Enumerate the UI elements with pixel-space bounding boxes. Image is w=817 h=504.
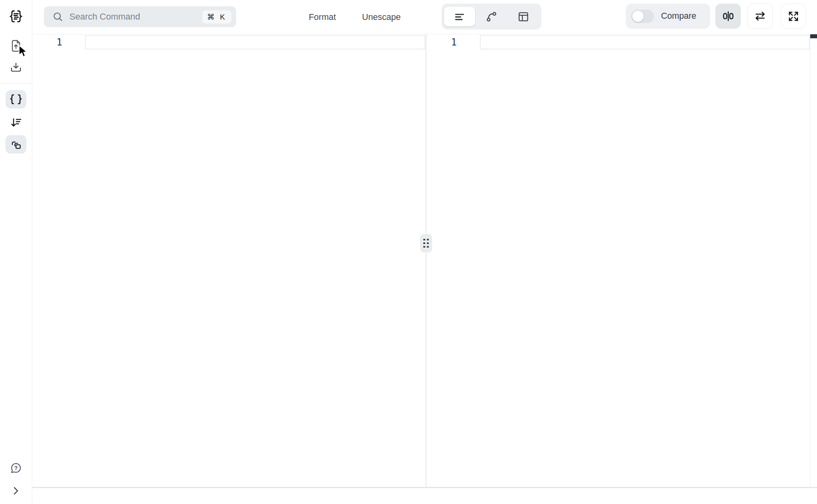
editor-bottom-border: [32, 487, 817, 488]
curly-braces-icon: [10, 94, 22, 105]
text-lines-icon: [454, 11, 466, 23]
overview-ruler-cursor-marker: [810, 34, 817, 38]
search-command-bar[interactable]: ⌘ K: [44, 6, 236, 27]
toggle-knob: [632, 11, 643, 22]
left-editor-line-number: 1: [32, 35, 62, 49]
expand-sidebar-button[interactable]: [6, 482, 26, 500]
compare-control: Compare: [626, 4, 710, 29]
keyboard-shortcut-badge: ⌘ K: [202, 10, 231, 24]
tab-table-view[interactable]: [508, 7, 539, 26]
tab-graph-view[interactable]: [476, 7, 507, 26]
download-file-button[interactable]: [6, 58, 26, 77]
sidebar-item-json-editor[interactable]: [6, 90, 26, 108]
table-icon: [517, 11, 529, 23]
help-bubble-icon: ?: [10, 462, 22, 474]
format-button[interactable]: Format: [305, 0, 339, 34]
swap-arrows-icon: [754, 10, 766, 22]
compare-toggle[interactable]: [631, 10, 654, 23]
sidebar-item-compare-documents[interactable]: [6, 135, 26, 154]
right-editor-current-line[interactable]: [480, 35, 810, 49]
sidebar-item-sort[interactable]: [6, 113, 26, 132]
fullscreen-button[interactable]: [781, 4, 806, 29]
split-columns-icon: [722, 10, 734, 22]
right-editor-line-number: 1: [427, 35, 457, 49]
top-toolbar: ⌘ K Format Unescape: [32, 0, 817, 34]
graph-spline-icon: [485, 11, 497, 23]
svg-text:?: ?: [14, 465, 18, 471]
overlapping-panels-icon: [10, 138, 22, 151]
pane-divider: [426, 34, 426, 487]
json-editor-app: ? ⌘ K Format Unescape: [0, 0, 817, 504]
pane-resize-handle[interactable]: [420, 234, 432, 252]
tab-text-view[interactable]: [444, 7, 475, 26]
app-logo[interactable]: [6, 7, 26, 26]
compare-label: Compare: [661, 11, 696, 21]
sidebar: ?: [0, 0, 32, 504]
split-columns-button[interactable]: [715, 4, 741, 29]
chevron-right-icon: [12, 486, 20, 495]
braces-document-logo-icon: [9, 9, 23, 24]
swap-panes-button[interactable]: [747, 4, 773, 29]
help-button[interactable]: ?: [6, 459, 26, 477]
upload-file-button[interactable]: [6, 37, 26, 55]
right-editor-overview-ruler[interactable]: [810, 34, 810, 487]
search-icon: [53, 12, 63, 22]
unescape-button[interactable]: Unescape: [358, 0, 405, 34]
grip-dots-icon: [423, 239, 429, 248]
fullscreen-icon: [787, 10, 799, 22]
file-upload-icon: [10, 39, 22, 52]
left-editor-current-line[interactable]: [85, 35, 425, 49]
sort-lines-icon: [10, 117, 22, 128]
search-command-input[interactable]: [69, 12, 196, 22]
editor-split-view: 1 1: [32, 34, 817, 487]
view-switcher: [442, 4, 541, 30]
file-download-icon: [10, 62, 22, 73]
sidebar-divider: [0, 83, 32, 84]
